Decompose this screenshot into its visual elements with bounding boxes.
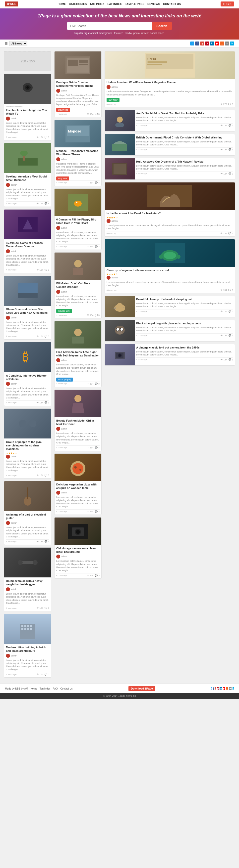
bookmark-filter-icon[interactable]: b <box>230 41 234 45</box>
tag-photo[interactable]: photo <box>133 32 140 35</box>
card-title: Hulu Answers Our Dreams of a '7th Heaven… <box>136 160 233 163</box>
twitter-filter-icon[interactable]: t <box>190 41 194 45</box>
nav-home[interactable]: HOME <box>58 2 66 5</box>
facebook-filter-icon[interactable]: f <box>195 41 199 45</box>
footer-rss-icon[interactable]: ◌ <box>226 687 228 690</box>
footer-pinterest-icon[interactable]: p <box>217 687 219 690</box>
search-input[interactable] <box>67 22 152 30</box>
card-meta: admin <box>56 358 100 362</box>
nav-contact[interactable]: CONTACT US <box>163 2 181 5</box>
card-image <box>4 409 51 438</box>
googleplus-filter-icon[interactable]: g <box>200 41 204 45</box>
footer-facebook-icon[interactable]: f <box>213 687 214 690</box>
card-image-placeholder <box>4 481 51 511</box>
card-image <box>4 210 51 239</box>
footer-twitter-icon[interactable]: t <box>211 687 212 690</box>
nav-sample-page[interactable]: SAMPLE PAGE <box>125 2 144 5</box>
card-text: Lorem ipsum dolor sit amet, consectetur … <box>136 326 233 332</box>
tag-media[interactable]: media <box>125 32 132 35</box>
tag-social[interactable]: social <box>150 32 157 35</box>
footer-youtube-icon[interactable]: ▶ <box>223 687 225 690</box>
tag-featured[interactable]: featured <box>114 32 123 35</box>
footer: Made by NBS by AM Home Tag Index FAQ Con… <box>0 684 239 693</box>
avatar <box>6 117 10 121</box>
svg-point-64 <box>159 255 163 259</box>
avatar <box>6 382 10 386</box>
card-footer: 4 hours ago 👁 134 💬 3 <box>56 573 100 577</box>
comments-icon: 💬 3 <box>95 113 100 115</box>
list-item: ₿ A Complete, Interactive History of Bit… <box>4 342 51 406</box>
svg-rect-20 <box>27 625 29 627</box>
svg-rect-3 <box>18 158 37 165</box>
card-body: Seeking: America's Most Social Small Bus… <box>4 173 51 207</box>
comments-icon: 💬 3 <box>45 269 49 271</box>
footer-googleplus-icon[interactable]: g <box>215 687 216 690</box>
card-footer-icons: 👁 134 💬 3 <box>220 232 233 235</box>
list-item: A vintage classic fold out camera from t… <box>105 344 235 366</box>
category-select[interactable]: All News <box>9 41 27 46</box>
footer-mail-icon[interactable]: ✉ <box>229 687 232 690</box>
svg-point-39 <box>74 329 82 336</box>
card-title: Boutique Grid – Creative Magazine WordPr… <box>56 81 100 88</box>
avatar <box>56 427 60 431</box>
download-button[interactable]: Download <box>56 108 70 112</box>
source-link-button[interactable]: Source Link <box>56 309 72 313</box>
card-author: admin <box>11 316 17 319</box>
list-item: Fred Armisen Joins 'Late Night with Seth… <box>54 321 102 387</box>
tag-video[interactable]: video <box>158 32 164 35</box>
footer-linkedin-icon[interactable]: in <box>219 687 222 690</box>
svg-point-10 <box>19 420 26 427</box>
card-meta: admin <box>56 157 100 161</box>
card-title: Seeking: America's Most Social Small Bus… <box>6 175 49 182</box>
nav-reviews[interactable]: REVIEWS <box>148 2 160 5</box>
footer-link-home[interactable]: Home <box>30 687 37 690</box>
footer-link-made-by[interactable]: Made by NBS by AM <box>5 687 28 690</box>
nav-categories[interactable]: CATEGORIES <box>69 2 87 5</box>
card-body: Modern office building in brick and glas… <box>4 644 51 677</box>
nav-lat-index[interactable]: LAT INDEX <box>108 2 122 5</box>
tag-review[interactable]: review <box>141 32 149 35</box>
tag-animal[interactable]: animal <box>90 32 98 35</box>
card-footer-icons: 👁 134 💬 3 <box>36 673 49 676</box>
card-image <box>105 134 135 155</box>
svg-rect-25 <box>30 628 32 630</box>
buy-now-button[interactable]: Buy Now <box>107 98 120 102</box>
tag-background[interactable]: background <box>99 32 112 35</box>
footer-link-contact[interactable]: Contact Us <box>60 687 73 690</box>
card-title: 15-Minute 'Game of Thrones' Teaser Gives… <box>6 241 49 248</box>
photography-button[interactable]: Photography <box>56 378 73 381</box>
card-image <box>55 518 101 545</box>
rss-filter-icon[interactable]: ◌ <box>220 41 224 45</box>
card-footer: 4 hours ago 👁 134 💬 3 <box>6 473 49 476</box>
linkedin-filter-icon[interactable]: in <box>210 41 214 45</box>
card-image <box>4 143 51 173</box>
svg-point-56 <box>115 123 124 127</box>
pinterest-filter-icon[interactable]: p <box>205 41 209 45</box>
youtube-filter-icon[interactable]: ▶ <box>215 41 219 45</box>
views-icon: 👁 134 <box>87 382 94 385</box>
footer-link-faq[interactable]: FAQ <box>53 687 58 690</box>
card-footer-icons: 👁 134 💬 3 <box>36 607 49 609</box>
card-text: Lorem ipsum dolor sit amet, consectetur … <box>56 295 100 307</box>
card-image <box>4 548 51 578</box>
footer-link-tag-index[interactable]: Tag Index <box>39 687 50 690</box>
views-icon: 👁 134 <box>220 334 227 337</box>
time-label: 4 hours ago <box>136 173 147 175</box>
list-item: Old vintage camera on a clean black back… <box>54 517 102 579</box>
login-button[interactable]: LOGIN <box>220 1 234 6</box>
card-image <box>55 189 101 216</box>
time-label: 4 hours ago <box>6 673 17 676</box>
avatar <box>56 157 60 161</box>
search-button[interactable]: Search <box>152 22 171 30</box>
nav-tag-index[interactable]: TAG INDEX <box>90 2 104 5</box>
mail-filter-icon[interactable]: ✉ <box>225 41 229 45</box>
comments-icon: 💬 3 <box>45 673 49 676</box>
card-body: Audi's Sochi Ad Is Great. Too Bad It's P… <box>135 110 235 131</box>
footer-bookmark-icon[interactable]: b <box>233 687 234 690</box>
card-author: admin <box>61 290 68 293</box>
card-footer: 4 hours ago 👁 134 💬 3 <box>56 181 100 184</box>
card-image-placeholder <box>105 239 235 267</box>
list-item: Audi's Sochi Ad Is Great. Too Bad It's P… <box>105 110 235 131</box>
download-1page-button[interactable]: Download 1Page <box>129 686 155 691</box>
buy-now-button[interactable]: Buy Now <box>56 177 69 181</box>
